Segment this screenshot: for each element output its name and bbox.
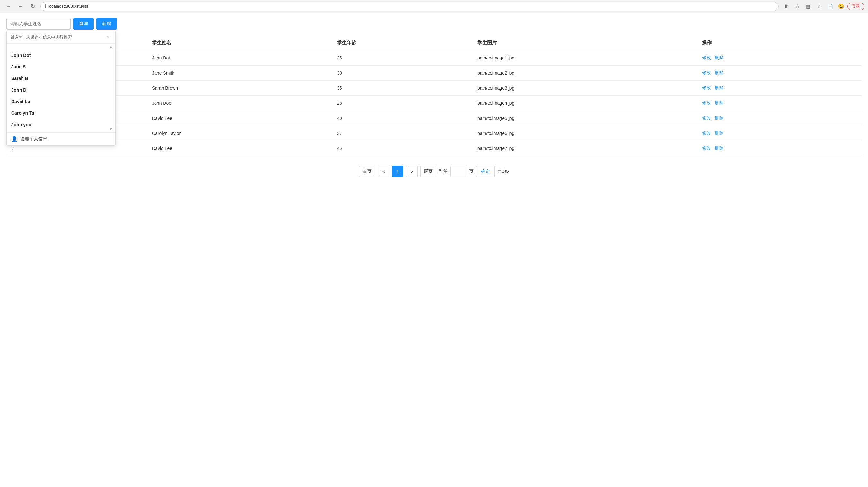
page-label: 页 [469,169,473,175]
autocomplete-item[interactable]: John you [7,119,115,127]
back-button[interactable]: ← [4,2,13,11]
profile-button[interactable]: 😀 [837,2,845,11]
cell-name: David Lee [147,111,332,126]
manage-profile-footer[interactable]: 👤 管理个人信息 [7,132,115,145]
col-header-actions: 操作 [697,36,862,50]
edit-link[interactable]: 修改 [702,55,711,60]
split-view-button[interactable]: ▦ [804,2,813,11]
toolbar: 查询 新增 键入'/'，从保存的信息中进行搜索 × ▲ John Dot Jan… [6,18,862,30]
autocomplete-item[interactable]: David Le [7,96,115,107]
cell-image: path/to/image1.jpg [472,50,697,65]
autocomplete-item[interactable]: John D [7,84,115,96]
autocomplete-hint: 键入'/'，从保存的信息中进行搜索 [10,34,72,40]
goto-confirm-button[interactable]: 确定 [476,166,495,177]
edit-link[interactable]: 修改 [702,85,711,90]
autocomplete-item[interactable]: John Dot [7,50,115,61]
manage-profile-label: 管理个人信息 [20,136,47,142]
browser-chrome: ← → ↻ ℹ localhost:8080/stu/list 🗣 ☆ ▦ ☆ … [0,0,868,13]
cell-name: David Lee [147,141,332,156]
cell-image: path/to/image6.jpg [472,126,697,141]
cell-age: 28 [332,96,472,111]
cell-name: Carolyn Taylor [147,126,332,141]
delete-link[interactable]: 删除 [715,100,724,105]
cell-actions: 修改 删除 [697,141,862,156]
last-page-button[interactable]: 尾页 [420,166,436,177]
cell-actions: 修改 删除 [697,81,862,96]
page-content: 查询 新增 键入'/'，从保存的信息中进行搜索 × ▲ John Dot Jan… [0,13,868,182]
search-input[interactable] [6,18,71,30]
table-row: 3 Sarah Brown 35 path/to/image3.jpg 修改 删… [6,81,862,96]
student-table: 学生编号 学生姓名 学生年龄 学生图片 操作 1 John Dot 25 pat… [6,36,862,156]
autocomplete-item[interactable]: Carolyn Ta [7,107,115,119]
total-count: 共0条 [497,169,509,175]
refresh-button[interactable]: ↻ [28,2,37,11]
cell-age: 30 [332,65,472,81]
cell-image: path/to/image7.jpg [472,141,697,156]
goto-label: 到第 [439,169,448,175]
table-row: 1 John Dot 25 path/to/image1.jpg 修改 删除 [6,50,862,65]
pagination: 首页 < 1 > 尾页 到第 页 确定 共0条 [6,166,862,177]
autocomplete-header: 键入'/'，从保存的信息中进行搜索 × [7,31,115,44]
edit-link[interactable]: 修改 [702,115,711,120]
delete-link[interactable]: 删除 [715,115,724,120]
table-row: 4 John Doe 28 path/to/image4.jpg 修改 删除 [6,96,862,111]
scroll-up-arrow: ▲ [109,44,113,49]
edit-link[interactable]: 修改 [702,70,711,75]
cell-image: path/to/image4.jpg [472,96,697,111]
autocomplete-dropdown: 键入'/'，从保存的信息中进行搜索 × ▲ John Dot Jane S Sa… [6,31,116,146]
table-row: 7 David Lee 45 path/to/image7.jpg 修改 删除 [6,141,862,156]
url-text: localhost:8080/stu/list [48,4,88,9]
url-bar[interactable]: ℹ localhost:8080/stu/list [40,2,779,11]
cell-name: John Doe [147,96,332,111]
delete-link[interactable]: 删除 [715,130,724,135]
autocomplete-item[interactable]: Jane S [7,61,115,72]
cell-name: Jane Smith [147,65,332,81]
scroll-up-indicator: ▲ [7,44,115,50]
col-header-age: 学生年龄 [332,36,472,50]
cell-name: Sarah Brown [147,81,332,96]
cell-actions: 修改 删除 [697,50,862,65]
query-button[interactable]: 查询 [73,18,94,30]
cell-actions: 修改 删除 [697,111,862,126]
scroll-down-arrow: ▼ [109,127,113,132]
table-header-row: 学生编号 学生姓名 学生年龄 学生图片 操作 [6,36,862,50]
edit-link[interactable]: 修改 [702,100,711,105]
edit-link[interactable]: 修改 [702,146,711,151]
bookmark-button[interactable]: ☆ [793,2,802,11]
cell-image: path/to/image2.jpg [472,65,697,81]
forward-button[interactable]: → [16,2,25,11]
first-page-button[interactable]: 首页 [359,166,375,177]
autocomplete-close-button[interactable]: × [104,34,112,41]
cell-age: 37 [332,126,472,141]
security-icon: ℹ [45,4,46,9]
next-page-button[interactable]: > [406,166,417,177]
table-row: 2 Jane Smith 30 path/to/image2.jpg 修改 删除 [6,65,862,81]
col-header-name: 学生姓名 [147,36,332,50]
cell-image: path/to/image5.jpg [472,111,697,126]
goto-page-input[interactable] [451,166,466,177]
favorites-button[interactable]: ☆ [815,2,824,11]
collection-button[interactable]: 📄 [826,2,835,11]
cell-age: 45 [332,141,472,156]
autocomplete-items-container[interactable]: John Dot Jane S Sarah B John D David Le … [7,50,115,127]
cell-age: 35 [332,81,472,96]
add-button[interactable]: 新增 [96,18,117,30]
cell-actions: 修改 删除 [697,96,862,111]
cell-actions: 修改 删除 [697,126,862,141]
delete-link[interactable]: 删除 [715,70,724,75]
login-button[interactable]: 登录 [847,3,864,10]
edit-link[interactable]: 修改 [702,130,711,135]
delete-link[interactable]: 删除 [715,85,724,90]
cell-age: 25 [332,50,472,65]
prev-page-button[interactable]: < [378,166,389,177]
student-table-container: 学生编号 学生姓名 学生年龄 学生图片 操作 1 John Dot 25 pat… [6,36,862,156]
reader-view-button[interactable]: 🗣 [782,2,791,11]
delete-link[interactable]: 删除 [715,55,724,60]
current-page-button[interactable]: 1 [392,166,403,177]
browser-actions: 🗣 ☆ ▦ ☆ 📄 😀 登录 [782,2,864,11]
col-header-image: 学生图片 [472,36,697,50]
delete-link[interactable]: 删除 [715,146,724,151]
profile-manage-icon: 👤 [11,136,18,142]
autocomplete-item[interactable]: Sarah B [7,72,115,84]
cell-actions: 修改 删除 [697,65,862,81]
